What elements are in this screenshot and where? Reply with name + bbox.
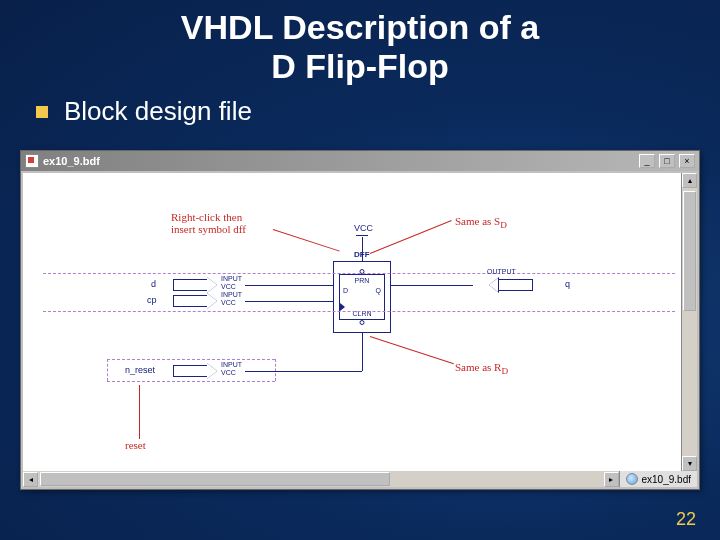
file-tab-label: ex10_9.bdf (642, 474, 692, 485)
bullet-text: Block design file (64, 96, 252, 127)
anno-rd-line (370, 336, 454, 364)
anno-right-click: Right-click then insert symbol dff (171, 211, 246, 235)
dff-inner-box: PRN D Q CLRN (339, 274, 385, 320)
dash-l-2 (107, 359, 108, 381)
scroll-up-button[interactable]: ▴ (682, 173, 697, 188)
dash-bot-1 (43, 311, 675, 312)
anno-same-rd-sub: D (501, 366, 508, 376)
maximize-button[interactable]: □ (659, 154, 675, 168)
type-vcc-nreset: VCC (221, 369, 236, 376)
type-output-q: OUTPUT (487, 268, 516, 275)
wire-cp (245, 301, 333, 302)
close-button[interactable]: × (679, 154, 695, 168)
wire-nreset-v (362, 333, 363, 371)
signal-d: d (151, 279, 156, 289)
dash-top-2 (107, 359, 275, 360)
anno-same-sd: Same as SD (455, 215, 507, 230)
dash-r-2 (275, 359, 276, 381)
dff-symbol[interactable]: DFF PRN D Q CLRN (333, 261, 391, 333)
scroll-left-button[interactable]: ◂ (23, 472, 38, 487)
vscroll-thumb[interactable] (683, 191, 696, 311)
port-q: Q (376, 287, 381, 294)
wire-vcc-prn (362, 237, 363, 261)
type-input-d: INPUT (221, 275, 242, 282)
wire-d (245, 285, 333, 286)
window-title: ex10_9.bdf (43, 155, 100, 167)
anno-same-sd-text: Same as S (455, 215, 500, 227)
port-prn: PRN (355, 277, 370, 284)
dash-top-1 (43, 273, 675, 274)
bullet-square-icon (36, 106, 48, 118)
type-input-cp: INPUT (221, 291, 242, 298)
port-d: D (343, 287, 348, 294)
schematic-canvas[interactable]: DFF PRN D Q CLRN VCC d INPUT (23, 173, 681, 471)
vcc-label: VCC (354, 223, 373, 233)
anno-reset: reset (125, 439, 146, 451)
signal-nreset: n_reset (125, 365, 155, 375)
scroll-right-button[interactable]: ▸ (604, 472, 619, 487)
signal-q: q (565, 279, 570, 289)
wire-nreset-h (245, 371, 362, 372)
title-line-1: VHDL Description of a (181, 8, 539, 46)
anno-same-sd-sub: D (500, 220, 507, 230)
bullet-row: Block design file (36, 96, 720, 127)
dash-bot-2 (107, 381, 275, 382)
horizontal-scrollbar[interactable]: ◂ ▸ ex10_9.bdf (23, 471, 697, 487)
clock-triangle-icon (340, 303, 345, 311)
anno-same-rd-text: Same as R (455, 361, 501, 373)
vcc-bar-icon (356, 235, 368, 236)
type-vcc-cp: VCC (221, 299, 236, 306)
bdf-window: ex10_9.bdf _ □ × DFF PRN D Q CLRN (20, 150, 700, 490)
hscroll-track[interactable] (38, 472, 604, 487)
signal-cp: cp (147, 295, 157, 305)
anno-right-click-line (273, 229, 340, 252)
title-line-2: D Flip-Flop (271, 47, 449, 85)
type-input-nreset: INPUT (221, 361, 242, 368)
minimize-button[interactable]: _ (639, 154, 655, 168)
type-vcc-d: VCC (221, 283, 236, 290)
output-pin-q[interactable] (473, 277, 533, 293)
globe-icon (626, 473, 638, 485)
file-icon (25, 154, 39, 168)
clrn-bubble-icon (360, 320, 365, 325)
anno-sd-line (370, 220, 452, 254)
slide-number: 22 (676, 509, 696, 530)
slide-title: VHDL Description of a D Flip-Flop (0, 0, 720, 86)
hscroll-thumb[interactable] (40, 472, 390, 486)
file-tab[interactable]: ex10_9.bdf (619, 471, 698, 487)
client-area: DFF PRN D Q CLRN VCC d INPUT (23, 173, 697, 471)
anno-reset-line (139, 385, 140, 439)
wire-q (391, 285, 473, 286)
anno-same-rd: Same as RD (455, 361, 508, 376)
vertical-scrollbar[interactable]: ▴ ▾ (681, 173, 697, 471)
titlebar[interactable]: ex10_9.bdf _ □ × (21, 151, 699, 171)
scroll-down-button[interactable]: ▾ (682, 456, 697, 471)
